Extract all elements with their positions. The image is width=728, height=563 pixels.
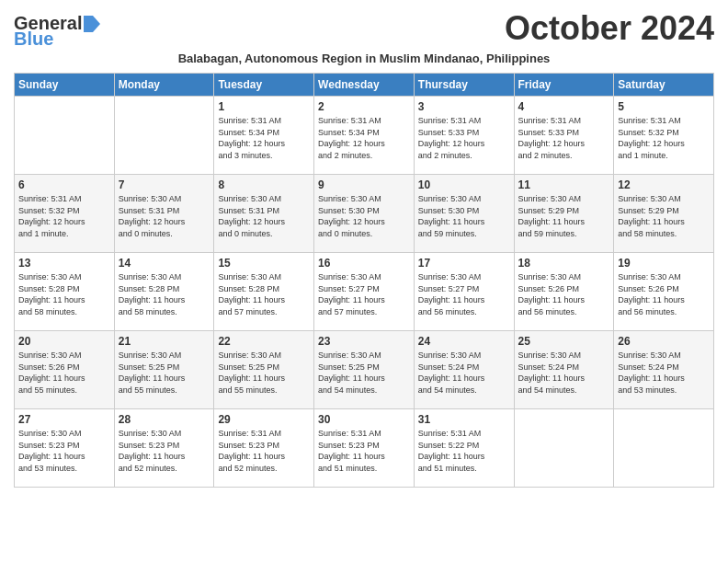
calendar-cell: 29Sunrise: 5:31 AMSunset: 5:23 PMDayligh…	[214, 409, 314, 488]
day-number: 15	[218, 257, 310, 270]
day-number: 30	[318, 413, 410, 426]
day-info: Sunrise: 5:30 AMSunset: 5:26 PMDaylight:…	[618, 271, 710, 317]
day-info: Sunrise: 5:30 AMSunset: 5:31 PMDaylight:…	[119, 193, 210, 239]
day-number: 27	[18, 413, 110, 426]
day-info: Sunrise: 5:30 AMSunset: 5:23 PMDaylight:…	[18, 428, 110, 474]
day-info: Sunrise: 5:30 AMSunset: 5:28 PMDaylight:…	[218, 271, 310, 317]
calendar-cell: 8Sunrise: 5:30 AMSunset: 5:31 PMDaylight…	[214, 175, 314, 253]
day-info: Sunrise: 5:31 AMSunset: 5:32 PMDaylight:…	[18, 193, 110, 239]
calendar-cell	[514, 409, 614, 488]
calendar-cell: 19Sunrise: 5:30 AMSunset: 5:26 PMDayligh…	[614, 253, 714, 331]
day-info: Sunrise: 5:30 AMSunset: 5:26 PMDaylight:…	[518, 271, 610, 317]
day-number: 3	[418, 100, 510, 113]
calendar-cell: 23Sunrise: 5:30 AMSunset: 5:25 PMDayligh…	[314, 331, 415, 409]
day-number: 23	[318, 335, 410, 348]
calendar-cell	[114, 97, 214, 175]
calendar-cell: 10Sunrise: 5:30 AMSunset: 5:30 PMDayligh…	[414, 175, 514, 253]
day-info: Sunrise: 5:30 AMSunset: 5:25 PMDaylight:…	[119, 350, 210, 396]
day-number: 8	[218, 178, 310, 191]
day-info: Sunrise: 5:31 AMSunset: 5:34 PMDaylight:…	[218, 115, 310, 161]
calendar-cell: 18Sunrise: 5:30 AMSunset: 5:26 PMDayligh…	[514, 253, 614, 331]
day-info: Sunrise: 5:30 AMSunset: 5:26 PMDaylight:…	[18, 350, 110, 396]
day-info: Sunrise: 5:30 AMSunset: 5:27 PMDaylight:…	[318, 271, 410, 317]
day-number: 29	[218, 413, 310, 426]
day-number: 16	[318, 257, 410, 270]
day-info: Sunrise: 5:30 AMSunset: 5:29 PMDaylight:…	[618, 193, 710, 239]
day-info: Sunrise: 5:31 AMSunset: 5:33 PMDaylight:…	[418, 115, 510, 161]
weekday-header-monday: Monday	[114, 74, 214, 97]
weekday-header-wednesday: Wednesday	[314, 74, 415, 97]
day-number: 7	[119, 178, 210, 191]
day-info: Sunrise: 5:31 AMSunset: 5:32 PMDaylight:…	[618, 115, 710, 161]
calendar-cell: 27Sunrise: 5:30 AMSunset: 5:23 PMDayligh…	[15, 409, 115, 488]
weekday-header-row: SundayMondayTuesdayWednesdayThursdayFrid…	[15, 74, 714, 97]
calendar-cell: 14Sunrise: 5:30 AMSunset: 5:28 PMDayligh…	[114, 253, 214, 331]
day-info: Sunrise: 5:31 AMSunset: 5:23 PMDaylight:…	[218, 428, 310, 474]
day-number: 31	[418, 413, 510, 426]
day-info: Sunrise: 5:30 AMSunset: 5:23 PMDaylight:…	[119, 428, 210, 474]
day-number: 28	[119, 413, 210, 426]
weekday-header-tuesday: Tuesday	[214, 74, 314, 97]
calendar-cell: 7Sunrise: 5:30 AMSunset: 5:31 PMDaylight…	[114, 175, 214, 253]
day-number: 1	[218, 100, 310, 113]
day-info: Sunrise: 5:30 AMSunset: 5:30 PMDaylight:…	[418, 193, 510, 239]
weekday-header-sunday: Sunday	[15, 74, 115, 97]
day-info: Sunrise: 5:30 AMSunset: 5:31 PMDaylight:…	[218, 193, 310, 239]
calendar-cell: 16Sunrise: 5:30 AMSunset: 5:27 PMDayligh…	[314, 253, 415, 331]
calendar-cell: 26Sunrise: 5:30 AMSunset: 5:24 PMDayligh…	[614, 331, 714, 409]
header-top: General Blue October 2024	[14, 9, 714, 50]
calendar-cell: 25Sunrise: 5:30 AMSunset: 5:24 PMDayligh…	[514, 331, 614, 409]
day-number: 17	[418, 257, 510, 270]
calendar-cell: 1Sunrise: 5:31 AMSunset: 5:34 PMDaylight…	[214, 97, 314, 175]
day-number: 5	[618, 100, 710, 113]
calendar-cell: 11Sunrise: 5:30 AMSunset: 5:29 PMDayligh…	[514, 175, 614, 253]
day-number: 24	[418, 335, 510, 348]
day-number: 21	[119, 335, 210, 348]
day-number: 20	[18, 335, 110, 348]
calendar-table: SundayMondayTuesdayWednesdayThursdayFrid…	[14, 73, 714, 488]
day-info: Sunrise: 5:31 AMSunset: 5:22 PMDaylight:…	[418, 428, 510, 474]
day-number: 18	[518, 257, 610, 270]
day-number: 11	[518, 178, 610, 191]
calendar-cell: 20Sunrise: 5:30 AMSunset: 5:26 PMDayligh…	[15, 331, 115, 409]
calendar-cell: 6Sunrise: 5:31 AMSunset: 5:32 PMDaylight…	[15, 175, 115, 253]
calendar-cell	[15, 97, 115, 175]
calendar-subtitle: Balabagan, Autonomous Region in Muslim M…	[14, 52, 714, 65]
week-row-5: 27Sunrise: 5:30 AMSunset: 5:23 PMDayligh…	[15, 409, 714, 488]
calendar-cell: 9Sunrise: 5:30 AMSunset: 5:30 PMDaylight…	[314, 175, 415, 253]
weekday-header-thursday: Thursday	[414, 74, 514, 97]
calendar-cell: 31Sunrise: 5:31 AMSunset: 5:22 PMDayligh…	[414, 409, 514, 488]
day-number: 4	[518, 100, 610, 113]
week-row-3: 13Sunrise: 5:30 AMSunset: 5:28 PMDayligh…	[15, 253, 714, 331]
logo-icon	[84, 16, 100, 32]
calendar-cell: 28Sunrise: 5:30 AMSunset: 5:23 PMDayligh…	[114, 409, 214, 488]
logo: General Blue	[14, 13, 100, 50]
day-number: 22	[218, 335, 310, 348]
calendar-cell: 17Sunrise: 5:30 AMSunset: 5:27 PMDayligh…	[414, 253, 514, 331]
day-number: 14	[119, 257, 210, 270]
day-info: Sunrise: 5:31 AMSunset: 5:34 PMDaylight:…	[318, 115, 410, 161]
week-row-2: 6Sunrise: 5:31 AMSunset: 5:32 PMDaylight…	[15, 175, 714, 253]
calendar-cell: 21Sunrise: 5:30 AMSunset: 5:25 PMDayligh…	[114, 331, 214, 409]
calendar-cell: 24Sunrise: 5:30 AMSunset: 5:24 PMDayligh…	[414, 331, 514, 409]
day-info: Sunrise: 5:30 AMSunset: 5:24 PMDaylight:…	[418, 350, 510, 396]
day-number: 19	[618, 257, 710, 270]
day-number: 6	[18, 178, 110, 191]
month-year-title: October 2024	[505, 9, 714, 48]
week-row-1: 1Sunrise: 5:31 AMSunset: 5:34 PMDaylight…	[15, 97, 714, 175]
calendar-cell: 5Sunrise: 5:31 AMSunset: 5:32 PMDaylight…	[614, 97, 714, 175]
day-info: Sunrise: 5:30 AMSunset: 5:28 PMDaylight:…	[119, 271, 210, 317]
day-info: Sunrise: 5:30 AMSunset: 5:28 PMDaylight:…	[18, 271, 110, 317]
day-info: Sunrise: 5:30 AMSunset: 5:25 PMDaylight:…	[218, 350, 310, 396]
calendar-cell	[614, 409, 714, 488]
day-number: 13	[18, 257, 110, 270]
calendar-cell: 15Sunrise: 5:30 AMSunset: 5:28 PMDayligh…	[214, 253, 314, 331]
day-number: 10	[418, 178, 510, 191]
weekday-header-saturday: Saturday	[614, 74, 714, 97]
day-info: Sunrise: 5:31 AMSunset: 5:23 PMDaylight:…	[318, 428, 410, 474]
day-info: Sunrise: 5:30 AMSunset: 5:29 PMDaylight:…	[518, 193, 610, 239]
day-info: Sunrise: 5:31 AMSunset: 5:33 PMDaylight:…	[518, 115, 610, 161]
week-row-4: 20Sunrise: 5:30 AMSunset: 5:26 PMDayligh…	[15, 331, 714, 409]
day-number: 12	[618, 178, 710, 191]
calendar-cell: 2Sunrise: 5:31 AMSunset: 5:34 PMDaylight…	[314, 97, 415, 175]
